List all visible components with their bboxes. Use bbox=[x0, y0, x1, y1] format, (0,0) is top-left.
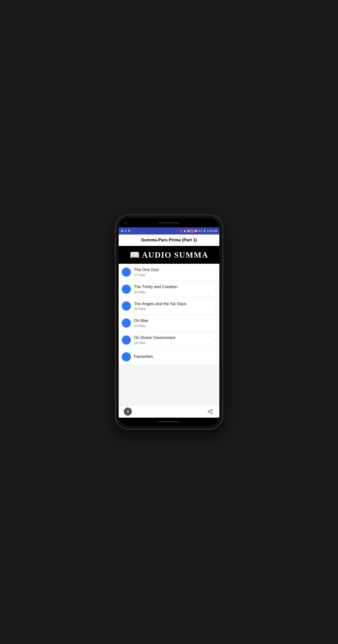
banner-title: AUDIO SUMMA bbox=[142, 250, 208, 260]
svg-line-4 bbox=[209, 410, 211, 411]
svg-line-3 bbox=[209, 412, 211, 413]
camera-dot bbox=[124, 222, 127, 224]
item-subtitle: 33 Files bbox=[134, 324, 213, 328]
app-header: Summa-Pars Prima (Part 1) bbox=[119, 235, 219, 246]
list-item[interactable]: The One God 27 Files › bbox=[119, 264, 219, 281]
more-icon: ··· bbox=[131, 230, 133, 232]
item-text: On Divine Government 18 Files bbox=[134, 335, 213, 345]
alarm-icon: ⏰ bbox=[183, 230, 186, 232]
list-item[interactable]: The Trinity and Creation 23 Files › bbox=[119, 281, 219, 298]
gmail-icon: M bbox=[125, 230, 127, 232]
chevron-right-icon: › bbox=[215, 304, 216, 308]
item-subtitle: 18 Files bbox=[134, 341, 213, 345]
list-item[interactable]: On Man 33 Files › bbox=[119, 315, 219, 332]
list-item[interactable]: The Angels and the Six Days 25 Files › bbox=[119, 298, 219, 315]
skype-icon: S bbox=[121, 230, 124, 232]
speaker-grille bbox=[159, 222, 179, 224]
bulb-icon: 💡 bbox=[128, 230, 130, 232]
info-icon: ℹ bbox=[127, 409, 129, 414]
chevron-right-icon: › bbox=[215, 270, 216, 274]
item-text: Favourites bbox=[134, 354, 213, 360]
mute-icon: 🔇 bbox=[180, 230, 183, 232]
status-left: S M 💡 ··· bbox=[121, 230, 180, 232]
home-indicator bbox=[159, 421, 179, 422]
chevron-right-icon: › bbox=[215, 321, 216, 325]
signal-icon: 📶 bbox=[194, 230, 197, 232]
item-text: The Trinity and Creation 23 Files bbox=[134, 284, 213, 294]
item-subtitle: 23 Files bbox=[134, 290, 213, 294]
bottom-bezel bbox=[119, 418, 219, 426]
item-dot-icon bbox=[122, 285, 131, 294]
items-list: The One God 27 Files › The Trinity and C… bbox=[119, 264, 219, 405]
wifi-icon: 📶 bbox=[187, 230, 190, 232]
item-title: The Trinity and Creation bbox=[134, 284, 213, 290]
share-button[interactable] bbox=[206, 407, 214, 416]
battery-icon: 🔋 bbox=[203, 230, 206, 232]
bottom-bar: ℹ bbox=[119, 405, 219, 418]
item-dot-icon bbox=[122, 335, 131, 345]
item-text: The One God 27 Files bbox=[134, 267, 213, 277]
status-bar: S M 💡 ··· 🔇 ⏰ 📶 1 📶 18% 🔋 12:05 AM bbox=[119, 227, 219, 235]
chevron-right-icon: › bbox=[215, 355, 216, 359]
item-title: On Divine Government bbox=[134, 335, 213, 341]
sim1-icon: 1 bbox=[191, 230, 193, 232]
battery-text: 18% bbox=[198, 230, 202, 232]
page-title: Summa-Pars Prima (Part 1) bbox=[141, 238, 197, 242]
item-title: On Man bbox=[134, 318, 213, 324]
item-title: Favourites bbox=[134, 354, 213, 359]
phone-screen: S M 💡 ··· 🔇 ⏰ 📶 1 📶 18% 🔋 12:05 AM Su bbox=[119, 218, 219, 426]
item-dot-icon bbox=[122, 352, 131, 361]
item-dot-icon bbox=[122, 301, 131, 311]
item-title: The Angels and the Six Days bbox=[134, 301, 213, 307]
list-item[interactable]: On Divine Government 18 Files › bbox=[119, 332, 219, 349]
phone-device: S M 💡 ··· 🔇 ⏰ 📶 1 📶 18% 🔋 12:05 AM Su bbox=[116, 215, 222, 429]
list-item[interactable]: Favourites › bbox=[119, 349, 219, 365]
share-icon bbox=[207, 409, 213, 414]
item-subtitle: 27 Files bbox=[134, 273, 213, 277]
status-time: 12:05 AM bbox=[207, 230, 217, 232]
app-banner: 📖 AUDIO SUMMA bbox=[119, 246, 219, 264]
chevron-right-icon: › bbox=[215, 338, 216, 342]
item-dot-icon bbox=[122, 268, 131, 277]
item-dot-icon bbox=[122, 318, 131, 328]
status-right: 🔇 ⏰ 📶 1 📶 18% 🔋 12:05 AM bbox=[180, 230, 217, 232]
info-button[interactable]: ℹ bbox=[124, 407, 132, 416]
item-text: On Man 33 Files bbox=[134, 318, 213, 328]
chevron-right-icon: › bbox=[215, 287, 216, 291]
top-bezel bbox=[119, 218, 219, 227]
item-title: The One God bbox=[134, 267, 213, 273]
banner-book-icon: 📖 bbox=[130, 250, 140, 260]
item-subtitle: 25 Files bbox=[134, 307, 213, 311]
item-text: The Angels and the Six Days 25 Files bbox=[134, 301, 213, 311]
